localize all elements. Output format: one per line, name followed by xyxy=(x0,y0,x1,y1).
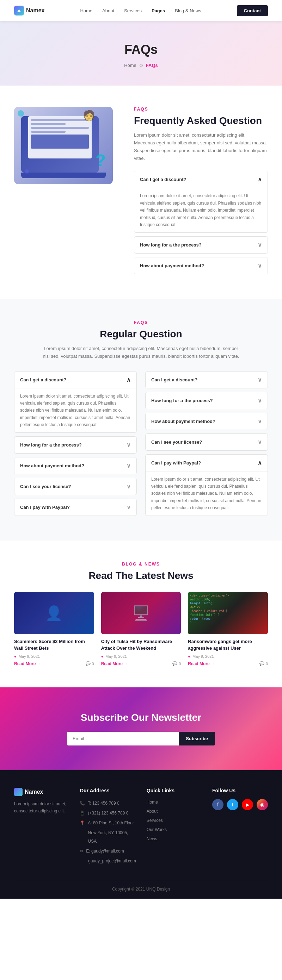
contact-button[interactable]: Contact xyxy=(237,5,268,16)
breadcrumb: Home ⊙ FAQs xyxy=(14,63,268,68)
nav-logo[interactable]: Namex xyxy=(14,6,45,16)
addr-email2: gaudy_project@mail.com xyxy=(80,857,136,865)
newsletter-email-input[interactable] xyxy=(67,732,179,746)
chevron-down-r1: ∨ xyxy=(258,376,262,383)
faq2-left-header-2[interactable]: How long for a the process? ∨ xyxy=(14,437,136,453)
read-more-3[interactable]: Read More → xyxy=(188,661,215,666)
nav-pages[interactable]: Pages xyxy=(152,8,165,13)
twitter-button[interactable]: t xyxy=(227,799,238,810)
footer-link-works: Our Works xyxy=(147,826,202,832)
read-more-1[interactable]: Read More → xyxy=(14,661,41,666)
comment-icon-2: 💬 xyxy=(172,661,177,666)
faq2-right-header-2[interactable]: How long for a the process? ∨ xyxy=(146,392,268,409)
laptop-image: ? 🧑 xyxy=(14,107,113,184)
accordion-question-2: How long for a the process? xyxy=(140,242,202,248)
faq2-right-item-1: Can I get a discount? ∨ xyxy=(145,371,268,388)
accordion-header-3[interactable]: How about payment method? ∨ xyxy=(134,258,268,274)
faq2-desc: Lorem ipsum dolor sit amet, consectetur … xyxy=(42,345,240,360)
blog-meta-2: ● May 9, 2021 xyxy=(101,654,181,659)
nav-links: Home About Services Pages Blog & News xyxy=(80,8,201,13)
faq-right-col: Can I get a discount? ∨ How long for a t… xyxy=(145,371,268,520)
instagram-button[interactable]: ◉ xyxy=(256,799,268,810)
blog-card-1: 👤 Scammers Score $2 Million from Wall St… xyxy=(14,592,94,666)
nav-home[interactable]: Home xyxy=(80,8,92,13)
arrow-icon-3: → xyxy=(211,661,215,666)
blog-date-2: May 9, 2021 xyxy=(106,654,127,659)
laptop-base xyxy=(21,173,106,178)
comment-icon-1: 💬 xyxy=(86,661,91,666)
footer-social-title: Follow Us xyxy=(212,788,268,793)
blog-date-3: May 9, 2021 xyxy=(192,654,214,659)
hero-banner: FAQs Home ⊙ FAQs xyxy=(0,21,282,86)
meta-dot-1: ● xyxy=(14,654,16,659)
footer-bottom: Copyright © 2021 UNQ Design xyxy=(14,881,268,892)
faq2-right-q-1: Can I get a discount? xyxy=(151,377,197,382)
blog-card-2: 🖥️ City of Tulsa Hit by Ransomware Attac… xyxy=(101,592,181,666)
faq2-left-header-4[interactable]: Can I see your license? ∨ xyxy=(14,478,136,495)
footer-grid: Namex Lorem ipsum dolor sit amet, consec… xyxy=(14,788,268,867)
faq-section-1: ? 🧑 FAQS Frequently Asked Question Lorem… xyxy=(0,86,282,299)
meta-dot-3: ● xyxy=(188,654,191,659)
footer-logo-text: Namex xyxy=(25,789,43,795)
addr-phone2: 📱 (+321) 123 456 789 0 xyxy=(80,809,136,817)
nav-services[interactable]: Services xyxy=(124,8,142,13)
faq-content-1: FAQS Frequently Asked Question Lorem ips… xyxy=(134,107,268,278)
comment-count-2: 💬 0 xyxy=(172,661,181,666)
newsletter-subscribe-button[interactable]: Subscribe xyxy=(179,732,215,746)
faq2-left-item-5: Can I pay with Paypal? ∨ xyxy=(14,499,137,516)
blog-label: BLOG & NEWS xyxy=(14,562,268,566)
hero-title: FAQs xyxy=(14,42,268,57)
blog-grid: 👤 Scammers Score $2 Million from Wall St… xyxy=(14,592,268,666)
faq2-left-header-3[interactable]: How about payment method? ∨ xyxy=(14,457,136,474)
footer-social-col: Follow Us f t ▶ ◉ xyxy=(212,788,268,867)
phone2-icon: 📱 xyxy=(80,809,85,817)
faq2-right-header-1[interactable]: Can I get a discount? ∨ xyxy=(146,372,268,388)
question-mark-icon: ? xyxy=(96,151,106,170)
faq2-left-item-1: Can I get a discount? ∧ Lorem ipsum dolo… xyxy=(14,371,137,433)
accordion-question-1: Can I get a discount? xyxy=(140,177,186,182)
footer-address-title: Our Address xyxy=(80,788,136,793)
faq2-left-q-2: How long for a the process? xyxy=(20,442,82,447)
faq2-right-header-3[interactable]: How about payment method? ∨ xyxy=(146,413,268,430)
email-icon: ✉ xyxy=(80,847,83,855)
chevron-down-l2: ∨ xyxy=(127,442,131,448)
addr-city: New York, NY 10005, USA xyxy=(80,829,136,845)
regular-faq-section: FAQS Regular Question Lorem ipsum dolor … xyxy=(0,299,282,541)
faq2-left-header-5[interactable]: Can I pay with Paypal? ∨ xyxy=(14,499,136,515)
addr-email1: ✉ E: gaudy@mail.com xyxy=(80,847,136,855)
faq2-right-item-5: Can I pay with Paypal? ∧ Lorem ipsum dol… xyxy=(145,454,268,516)
faq2-right-header-5[interactable]: Can I pay with Paypal? ∧ xyxy=(146,455,268,471)
nav-blog[interactable]: Blog & News xyxy=(175,8,201,13)
faq-two-columns: Can I get a discount? ∧ Lorem ipsum dolo… xyxy=(14,371,268,520)
faq2-left-item-4: Can I see your license? ∨ xyxy=(14,478,137,495)
footer-address: 📞 T: 123 456 789 0 📱 (+321) 123 456 789 … xyxy=(80,799,136,865)
accordion-body-1: Lorem ipsum dolor sit amet, consectetur … xyxy=(134,188,268,232)
addr-phone1: 📞 T: 123 456 789 0 xyxy=(80,799,136,807)
faq1-title: Frequently Asked Question xyxy=(134,115,268,126)
facebook-button[interactable]: f xyxy=(212,799,223,810)
faq2-left-q-5: Can I pay with Paypal? xyxy=(20,504,70,510)
chevron-up-r5: ∧ xyxy=(258,460,262,466)
meta-dot-2: ● xyxy=(101,654,104,659)
breadcrumb-home[interactable]: Home xyxy=(124,63,136,68)
laptop-body xyxy=(21,116,99,173)
faq2-left-q-3: How about payment method? xyxy=(20,463,84,468)
accordion-question-3: How about payment method? xyxy=(140,263,204,268)
read-more-2[interactable]: Read More → xyxy=(101,661,128,666)
faq2-title: Regular Question xyxy=(14,329,268,340)
youtube-button[interactable]: ▶ xyxy=(242,799,253,810)
chevron-down-r4: ∨ xyxy=(258,439,262,445)
blog-footer-3: Read More → 💬 0 xyxy=(188,661,268,666)
accordion-header-2[interactable]: How long for a the process? ∨ xyxy=(134,237,268,253)
blog-meta-1: ● May 9, 2021 xyxy=(14,654,94,659)
comment-icon-3: 💬 xyxy=(260,661,264,666)
accordion-item-3: How about payment method? ∨ xyxy=(134,257,268,274)
nav-about[interactable]: About xyxy=(102,8,114,13)
blog-footer-2: Read More → 💬 0 xyxy=(101,661,181,666)
person-icon: 🧑 xyxy=(83,110,95,121)
faq2-left-header-1[interactable]: Can I get a discount? ∧ xyxy=(14,372,136,388)
faq-illustration: ? 🧑 xyxy=(14,107,120,184)
faq2-right-header-4[interactable]: Can I see your license? ∨ xyxy=(146,434,268,450)
accordion-header-1[interactable]: Can I get a discount? ∧ xyxy=(134,171,268,188)
arrow-icon-2: → xyxy=(124,661,128,666)
